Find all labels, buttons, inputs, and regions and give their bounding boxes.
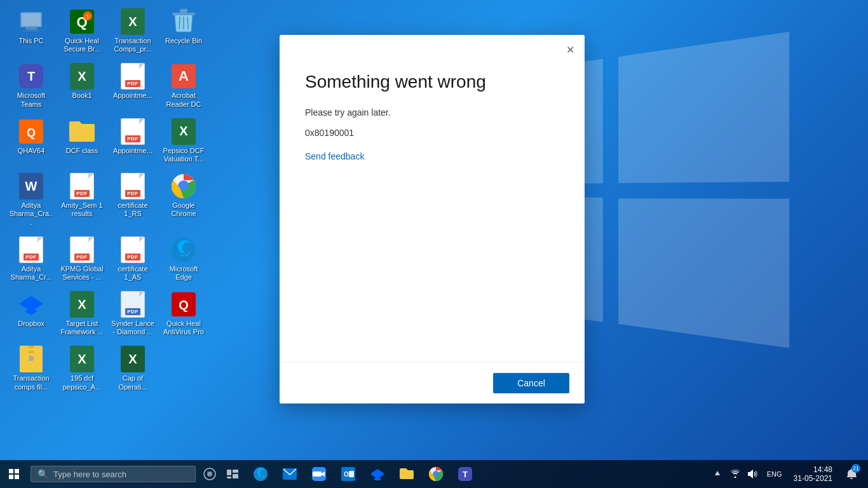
icon-microsoft-edge-label: Microsoft Edge <box>161 265 206 281</box>
svg-rect-43 <box>349 471 354 477</box>
svg-text:T: T <box>27 69 35 83</box>
icon-target-list[interactable]: X Target List Framework ... <box>57 289 107 339</box>
icon-aditya-sharma-label: Aditya Sharma_Cra... <box>9 201 53 227</box>
icon-google-chrome[interactable]: Google Chrome <box>159 171 208 229</box>
svg-rect-1 <box>25 27 37 30</box>
icon-book1[interactable]: X Book1 <box>57 61 107 111</box>
icon-google-chrome-label: Google Chrome <box>161 201 206 218</box>
icon-certificate-rs[interactable]: PDF certificate 1_RS <box>108 171 158 229</box>
taskbar-dropbox[interactable] <box>363 460 391 488</box>
taskbar-zoom[interactable] <box>305 460 333 488</box>
cortana-button[interactable] <box>198 463 221 485</box>
dialog-cancel-button[interactable]: Cancel <box>493 373 569 393</box>
systray-language[interactable]: ENG <box>763 464 786 484</box>
svg-rect-27 <box>29 348 34 351</box>
svg-rect-2 <box>23 30 39 32</box>
icon-dcf-class-label: DCF class <box>66 147 98 155</box>
desktop: This PC Q! Quick Heal Secure Br... X Tra… <box>0 0 868 488</box>
icon-recycle-bin-label: Recycle Bin <box>165 37 202 45</box>
icon-aditya-sharma2[interactable]: PDF Aditya Sharma_Cr... <box>6 234 56 284</box>
systray-network[interactable] <box>728 464 743 484</box>
taskbar-teams[interactable]: T <box>451 460 479 488</box>
svg-line-12 <box>187 17 188 29</box>
icon-this-pc-label: This PC <box>18 37 43 45</box>
taskbar-mail[interactable] <box>276 460 304 488</box>
taskbar-chrome[interactable] <box>422 460 450 488</box>
icon-dcf-class[interactable]: DCF class <box>57 116 107 166</box>
icon-appointments2-label: Appointme... <box>113 147 153 155</box>
icon-quick-heal-av-label: Quick Heal AntiVirus Pro <box>161 320 206 336</box>
desktop-icons-grid: This PC Q! Quick Heal Secure Br... X Tra… <box>6 6 210 394</box>
clock-time: 14:48 <box>813 465 832 474</box>
icon-acrobat-reader[interactable]: A Acrobat Reader DC <box>159 61 208 111</box>
svg-line-10 <box>179 17 180 29</box>
dialog-message: Please try again later. <box>305 107 559 118</box>
taskbar-apps: O T <box>247 460 479 488</box>
icon-recycle-bin[interactable]: Recycle Bin <box>159 6 208 56</box>
task-view-button[interactable] <box>221 463 244 485</box>
icon-kpmg-global[interactable]: PDF KPMG Global Services - ... <box>57 234 107 284</box>
svg-text:A: A <box>179 68 189 84</box>
icon-dropbox[interactable]: Dropbox <box>6 289 56 339</box>
dialog-close-button[interactable]: ✕ <box>560 40 580 59</box>
icon-transaction-comps[interactable]: X Transaction Comps_pr... <box>108 6 158 56</box>
svg-rect-8 <box>172 13 195 15</box>
icon-pepsico-dcf-label: Pepsico DCF Valuation T... <box>161 147 206 163</box>
taskbar-search[interactable]: 🔍 Type here to search <box>31 466 196 482</box>
notification-center[interactable]: 21 <box>840 460 863 488</box>
icon-microsoft-teams-label: Microsoft Teams <box>9 92 53 108</box>
icon-amity-sem1[interactable]: PDF Amity_Sem 1 results <box>57 171 107 229</box>
error-dialog: ✕ Something went wrong Please try again … <box>280 35 585 403</box>
svg-point-21 <box>179 182 188 191</box>
icon-certificate-as-label: certificate 1_AS <box>111 265 155 281</box>
svg-rect-9 <box>180 9 187 13</box>
svg-rect-3 <box>22 13 41 26</box>
icon-appointments2[interactable]: PDF Appointme... <box>108 116 158 166</box>
systray-speakers[interactable] <box>745 464 761 484</box>
taskbar-outlook[interactable]: O <box>334 460 362 488</box>
icon-microsoft-teams[interactable]: T Microsoft Teams <box>6 61 56 111</box>
icon-quick-heal-secure-label: Quick Heal Secure Br... <box>60 37 104 53</box>
icon-dropbox-label: Dropbox <box>18 320 44 328</box>
taskbar-edge[interactable] <box>247 460 275 488</box>
taskbar-search-placeholder: Type here to search <box>53 470 126 479</box>
svg-rect-28 <box>29 351 34 353</box>
icon-appointments1[interactable]: PDF Appointme... <box>108 61 158 111</box>
icon-transaction-comps-label: Transaction Comps_pr... <box>111 37 155 53</box>
icon-dcf-pepsico[interactable]: X 195 dcf pepsico_A... <box>57 344 107 393</box>
icon-amity-sem1-label: Amity_Sem 1 results <box>60 201 104 218</box>
icon-pepsico-dcf[interactable]: X Pepsico DCF Valuation T... <box>159 116 208 166</box>
clock-date: 31-05-2021 <box>794 474 832 483</box>
svg-text:Q: Q <box>27 126 36 139</box>
svg-point-46 <box>433 471 438 477</box>
svg-rect-35 <box>233 474 238 478</box>
icon-aditya-sharma2-label: Aditya Sharma_Cr... <box>9 265 53 281</box>
icon-qhav64[interactable]: Q QHAV64 <box>6 116 56 166</box>
svg-text:!: ! <box>87 13 89 20</box>
icon-cap-operating[interactable]: X Cap of Operati... <box>108 344 158 393</box>
svg-rect-26 <box>29 346 34 348</box>
svg-rect-34 <box>233 470 238 473</box>
svg-text:Q: Q <box>179 298 189 312</box>
icon-appointments1-label: Appointme... <box>113 92 153 100</box>
icon-cap-operating-label: Cap of Operati... <box>111 374 155 391</box>
icon-synder-lance[interactable]: PDF Synder Lance - Diamond ... <box>108 289 158 339</box>
dialog-feedback-link[interactable]: Send feedback <box>305 151 364 161</box>
icon-this-pc[interactable]: This PC <box>6 6 56 56</box>
icon-dcf-pepsico-label: 195 dcf pepsico_A... <box>60 374 104 391</box>
icon-certificate-as[interactable]: PDF certificate 1_AS <box>108 234 158 284</box>
language-label: ENG <box>767 470 782 478</box>
svg-rect-33 <box>227 470 231 475</box>
taskbar-file-explorer[interactable] <box>393 460 421 488</box>
svg-text:O: O <box>344 471 349 478</box>
icon-transaction-zip[interactable]: Transaction comps fil... <box>6 344 56 393</box>
icon-microsoft-edge[interactable]: Microsoft Edge <box>159 234 208 284</box>
svg-text:T: T <box>463 470 468 479</box>
icon-quick-heal-secure[interactable]: Q! Quick Heal Secure Br... <box>57 6 107 56</box>
systray-expand[interactable] <box>710 464 725 484</box>
icon-certificate-rs-label: certificate 1_RS <box>111 201 155 218</box>
icon-quick-heal-av[interactable]: Q Quick Heal AntiVirus Pro <box>159 289 208 339</box>
taskbar-clock[interactable]: 14:48 31-05-2021 <box>789 465 837 483</box>
icon-aditya-sharma[interactable]: W Aditya Sharma_Cra... <box>6 171 56 229</box>
start-button[interactable] <box>0 460 28 488</box>
